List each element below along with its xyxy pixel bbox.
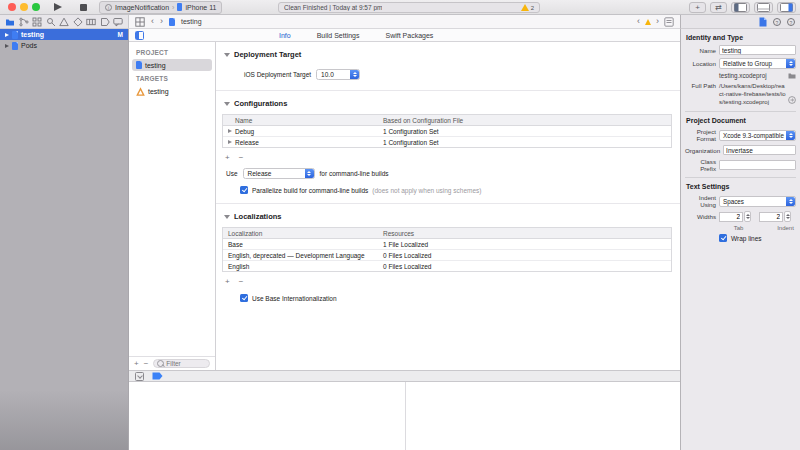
ios-deployment-target-popup[interactable]: 10.0: [316, 69, 360, 80]
project-section-header: PROJECT: [129, 45, 215, 59]
class-prefix-field[interactable]: [719, 160, 796, 170]
tab-info[interactable]: Info: [279, 32, 291, 39]
previous-issue-button[interactable]: ‹: [637, 17, 640, 26]
parallelize-checkbox[interactable]: [240, 186, 248, 194]
popup-arrows-icon: [786, 197, 795, 206]
organization-field[interactable]: [723, 145, 796, 155]
project-file-icon: [136, 61, 142, 69]
warning-count-badge[interactable]: 2: [521, 4, 534, 11]
quick-help-inspector-tab[interactable]: ?: [787, 18, 795, 26]
disclosure-triangle-icon[interactable]: [228, 129, 232, 133]
section-disclosure-icon[interactable]: [224, 102, 230, 106]
editor-sidebar-toggle-icon[interactable]: [135, 31, 144, 40]
variables-view[interactable]: [129, 382, 406, 450]
tab-swift-packages[interactable]: Swift Packages: [386, 32, 434, 39]
remove-localization-button[interactable]: −: [239, 277, 244, 286]
table-row[interactable]: English 0 Files Localized: [223, 261, 671, 271]
console-view[interactable]: [406, 382, 680, 450]
issue-navigator-tab[interactable]: [59, 13, 69, 31]
base-internationalization-checkbox[interactable]: [240, 294, 248, 302]
project-format-popup[interactable]: Xcode 9.3-compatible: [719, 130, 796, 141]
indent-using-popup[interactable]: Spaces: [719, 196, 796, 207]
section-disclosure-icon[interactable]: [224, 215, 230, 219]
remove-button[interactable]: −: [144, 359, 149, 368]
report-navigator-tab[interactable]: [113, 13, 123, 31]
toggle-debug-button[interactable]: [754, 2, 773, 13]
filter-field[interactable]: [153, 359, 210, 368]
issue-triangle-icon: [59, 17, 69, 27]
wrap-lines-checkbox[interactable]: [719, 234, 727, 242]
stepper-control[interactable]: [744, 211, 751, 222]
back-button[interactable]: ‹: [151, 17, 154, 26]
reveal-arrow-icon[interactable]: [788, 96, 796, 104]
name-field[interactable]: [719, 45, 796, 55]
column-header-file: Based on Configuration File: [383, 117, 671, 124]
table-row[interactable]: Debug 1 Configuration Set: [223, 126, 671, 137]
navigator-item-testing[interactable]: testing M: [0, 29, 128, 40]
jumpbar-file-name[interactable]: testing: [181, 18, 202, 25]
symbol-navigator-tab[interactable]: [32, 13, 42, 31]
table-row[interactable]: English, deprecated — Development Langua…: [223, 250, 671, 261]
folder-icon: [5, 17, 15, 27]
build-status-text: Clean Finished | Today at 9:57 pm: [284, 4, 382, 11]
stop-button[interactable]: [80, 4, 87, 11]
report-bubble-icon: [113, 17, 123, 27]
target-item-testing[interactable]: testing: [132, 85, 212, 97]
navigator-tab-bar: [0, 15, 128, 29]
toggle-navigator-button[interactable]: [731, 2, 750, 13]
test-navigator-tab[interactable]: [73, 13, 83, 31]
project-navigator-tab[interactable]: [5, 13, 15, 31]
scheme-device-label: iPhone 11: [185, 4, 216, 11]
editor-header: Info Build Settings Swift Packages: [129, 29, 680, 42]
symbols-icon: [32, 17, 42, 27]
warning-icon: [521, 4, 529, 11]
stepper-control[interactable]: [784, 211, 791, 222]
folder-icon[interactable]: [788, 72, 796, 79]
navigator-item-pods[interactable]: Pods: [0, 40, 128, 51]
chevron-right-icon: ›: [172, 4, 174, 11]
breakpoints-toggle-icon[interactable]: [152, 372, 163, 380]
table-header-row: Localization Resources: [223, 228, 671, 239]
editor-options-icon[interactable]: [664, 17, 674, 27]
add-configuration-button[interactable]: +: [225, 153, 230, 162]
debug-area-toggle-icon[interactable]: [135, 372, 144, 381]
command-line-config-popup[interactable]: Release: [243, 168, 315, 179]
filter-input[interactable]: [166, 360, 206, 367]
forward-button[interactable]: ›: [160, 17, 163, 26]
table-header-row: Name Based on Configuration File: [223, 115, 671, 126]
navigator-item-label: testing: [21, 31, 44, 38]
related-items-icon[interactable]: [135, 17, 145, 27]
table-row[interactable]: Base 1 File Localized: [223, 239, 671, 250]
run-button[interactable]: [54, 3, 62, 11]
disclosure-triangle-icon[interactable]: [5, 33, 9, 37]
add-localization-button[interactable]: +: [225, 277, 230, 286]
project-item-testing[interactable]: testing: [132, 59, 212, 71]
library-button[interactable]: +: [689, 2, 706, 13]
parallelize-note: (does not apply when using schemes): [372, 187, 481, 194]
find-navigator-tab[interactable]: [46, 13, 56, 31]
parallelize-label: Parallelize build for command-line build…: [252, 187, 368, 194]
search-icon: [157, 360, 164, 367]
divider: [685, 111, 796, 112]
code-review-button[interactable]: ⇄: [710, 2, 727, 13]
indent-width-field[interactable]: [759, 212, 783, 222]
remove-configuration-button[interactable]: −: [239, 153, 244, 162]
location-popup[interactable]: Relative to Group: [719, 58, 796, 69]
disclosure-triangle-icon[interactable]: [5, 44, 9, 48]
source-control-navigator-tab[interactable]: [19, 13, 29, 31]
breakpoint-navigator-tab[interactable]: [100, 13, 110, 31]
add-button[interactable]: +: [134, 359, 139, 368]
debug-navigator-tab[interactable]: [86, 13, 96, 31]
tab-build-settings[interactable]: Build Settings: [317, 32, 360, 39]
history-inspector-tab[interactable]: ?: [773, 18, 781, 26]
minimize-window-button[interactable]: [20, 3, 28, 11]
toggle-inspector-button[interactable]: [777, 2, 796, 13]
file-inspector-tab[interactable]: [759, 13, 767, 31]
section-disclosure-icon[interactable]: [224, 53, 230, 57]
zoom-window-button[interactable]: [32, 3, 40, 11]
table-row[interactable]: Release 1 Configuration Set: [223, 137, 671, 147]
tab-width-field[interactable]: [719, 212, 743, 222]
close-window-button[interactable]: [8, 3, 16, 11]
next-issue-button[interactable]: ›: [656, 17, 659, 26]
disclosure-triangle-icon[interactable]: [228, 140, 232, 144]
